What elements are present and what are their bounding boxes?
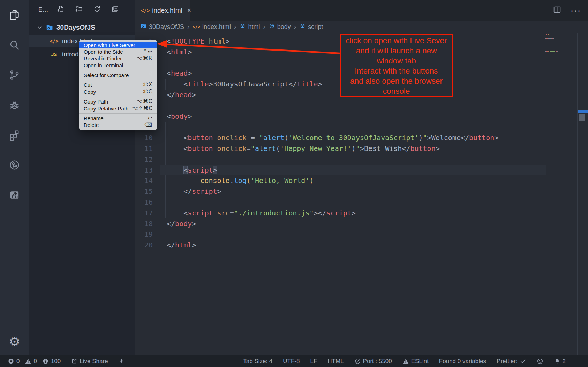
tab-label: index.html <box>152 7 182 14</box>
menu-item-copy-relative-path[interactable]: Copy Relative Path⌥⇧⌘C <box>79 105 157 112</box>
status-item-0[interactable]: 0 <box>8 358 20 365</box>
status-bar: 00100Live Share Tab Size: 4UTF-8LFHTMLPo… <box>0 355 588 367</box>
menu-item-label: Delete <box>84 122 141 128</box>
breadcrumb-item-index-html[interactable]: </>index.html <box>193 23 231 31</box>
overview-ruler-marker <box>578 110 588 113</box>
menu-item-label: Rename <box>84 115 144 122</box>
status-item-lf[interactable]: LF <box>310 358 317 365</box>
status-item-live-share[interactable]: Live Share <box>71 358 108 365</box>
close-icon[interactable]: × <box>187 7 191 14</box>
code-text: console.log('Hello, World') <box>167 175 314 186</box>
breadcrumb-separator: › <box>294 23 296 31</box>
status-item-port-5500[interactable]: Port : 5500 <box>354 358 392 365</box>
status-item-found-0-variables[interactable]: Found 0 variables <box>439 358 486 365</box>
breadcrumb-item-body[interactable]: body <box>269 23 291 31</box>
menu-item-shortcut: ⌥⌘C <box>136 98 152 105</box>
menu-item-label: Open to the Side <box>84 48 140 55</box>
code-line-11[interactable]: 11 <button onclick="alert('Happy New Yea… <box>135 143 588 154</box>
folder-row-30daysofjs[interactable]: 30DaysOfJS <box>29 22 135 33</box>
annotation-text: console <box>341 86 452 96</box>
menu-item-select-for-compare[interactable]: Select for Compare <box>79 72 157 78</box>
code-line-12[interactable]: 12 <box>135 154 588 165</box>
status-item-prettier-[interactable]: Prettier: <box>497 358 526 365</box>
collapse-all-icon[interactable] <box>111 5 119 14</box>
new-folder-icon[interactable] <box>75 5 83 14</box>
source-control-icon[interactable] <box>0 60 29 90</box>
status-label: Tab Size: 4 <box>243 358 272 365</box>
menu-item-reveal-in-finder[interactable]: Reveal in Finder⌥⌘R <box>79 55 157 62</box>
breadcrumb-item-30DaysOfJS[interactable]: 30DaysOfJS <box>140 23 184 31</box>
code-line-20[interactable]: 20</html> <box>135 240 588 251</box>
status-label: Prettier: <box>497 358 518 365</box>
menu-item-delete[interactable]: Delete⌫ <box>79 122 157 128</box>
code-line-7[interactable]: 7 <box>135 100 588 111</box>
html-file-icon: </> <box>193 24 200 29</box>
new-file-icon[interactable] <box>57 5 65 14</box>
line-number: 16 <box>135 197 153 208</box>
menu-item-cut[interactable]: Cut⌘X <box>79 82 157 88</box>
menu-item-copy[interactable]: Copy⌘C <box>79 89 157 95</box>
status-item-0[interactable]: 0 <box>25 358 37 365</box>
split-editor-icon[interactable] <box>553 5 561 15</box>
status-item-smiley[interactable] <box>537 358 543 365</box>
code-line-13[interactable]: 13 <script> <box>135 165 588 176</box>
code-line-19[interactable]: 19 <box>135 229 588 240</box>
debug-icon[interactable] <box>0 90 29 120</box>
code-text: <script> <box>167 165 217 176</box>
live-share-icon[interactable] <box>0 180 29 210</box>
menu-item-shortcut: ↩ <box>148 115 152 122</box>
search-icon[interactable] <box>0 30 29 60</box>
code-line-18[interactable]: 18</body> <box>135 219 588 229</box>
breadcrumb-item-script[interactable]: script <box>299 23 323 31</box>
annotation-text: and it will launch a new <box>341 46 452 56</box>
breadcrumb-label: body <box>277 23 291 31</box>
chevron-down-icon[interactable] <box>37 24 43 31</box>
code-line-9[interactable]: 9 <box>135 122 588 132</box>
menu-item-copy-path[interactable]: Copy Path⌥⌘C <box>79 98 157 105</box>
settings-gear-icon[interactable]: ⚙ <box>0 334 29 349</box>
code-line-10[interactable]: 10 <button onclick = "alert('Welcome to … <box>135 132 588 143</box>
code-line-15[interactable]: 15 </script> <box>135 186 588 197</box>
info-circle-icon <box>42 358 49 365</box>
line-number: 14 <box>135 175 153 186</box>
status-label: 2 <box>563 358 566 365</box>
code-line-8[interactable]: 8<body> <box>135 111 588 122</box>
status-item-eslint[interactable]: ESLint <box>402 358 429 365</box>
code-text: </html> <box>167 240 196 251</box>
code-line-17[interactable]: 17 <script src="./introduction.js"></scr… <box>135 208 588 219</box>
refresh-icon[interactable] <box>93 5 101 14</box>
menu-separator <box>79 113 157 114</box>
minimap[interactable] <box>545 34 576 59</box>
line-number: 12 <box>135 154 153 165</box>
breadcrumb-separator: › <box>187 23 189 31</box>
menu-item-label: Cut <box>84 82 140 88</box>
scrollbar-thumb[interactable] <box>579 114 585 121</box>
tab-index-html[interactable]: </> index.html × <box>135 0 190 21</box>
code-line-14[interactable]: 14 console.log('Hello, World') <box>135 175 588 186</box>
scrollbar-divider <box>577 33 578 355</box>
status-item-tab-size-4[interactable]: Tab Size: 4 <box>243 358 272 365</box>
breadcrumb-item-html[interactable]: html <box>239 23 260 31</box>
menu-item-rename[interactable]: Rename↩ <box>79 115 157 122</box>
menu-item-open-to-the-side[interactable]: Open to the Side^↩ <box>79 48 157 55</box>
menu-separator <box>79 80 157 80</box>
git-circle-icon[interactable] <box>0 150 29 180</box>
warning-triangle-icon <box>25 358 31 365</box>
code-line-16[interactable]: 16 <box>135 197 588 208</box>
status-item-utf-8[interactable]: UTF-8 <box>283 358 300 365</box>
more-actions-icon[interactable]: ··· <box>571 6 581 15</box>
menu-separator <box>79 70 157 70</box>
files-icon[interactable] <box>0 0 29 30</box>
symbol-cube-icon <box>269 23 275 31</box>
menu-separator <box>79 97 157 97</box>
extensions-icon[interactable] <box>0 120 29 150</box>
status-item-html[interactable]: HTML <box>327 358 344 365</box>
status-item-lightning[interactable] <box>118 358 125 365</box>
menu-item-open-with-live-server[interactable]: Open with Live Server <box>79 42 157 48</box>
folder-icon <box>43 22 53 33</box>
menu-item-open-in-terminal[interactable]: Open in Terminal <box>79 62 157 69</box>
code-text: </head> <box>167 90 196 100</box>
status-item-2[interactable]: 2 <box>554 358 566 365</box>
breadcrumb-separator: › <box>234 23 236 31</box>
status-item-100[interactable]: 100 <box>42 358 61 365</box>
